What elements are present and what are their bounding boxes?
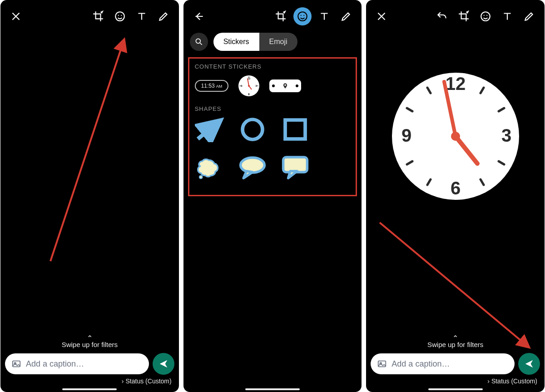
- svg-point-6: [298, 12, 307, 21]
- draw-icon[interactable]: [154, 7, 173, 25]
- chevron-right-icon: ›: [122, 377, 124, 385]
- sticker-emoji-toggle[interactable]: Stickers Emoji: [213, 33, 297, 51]
- svg-point-28: [481, 12, 490, 21]
- text-icon[interactable]: [133, 7, 151, 25]
- crop-icon[interactable]: [272, 7, 290, 25]
- bottom-bar: ⌃ Swipe up for filters Add a caption… ›S…: [366, 332, 545, 392]
- shape-speech-rect[interactable]: [280, 155, 310, 180]
- svg-text:12: 12: [445, 74, 466, 94]
- home-indicator: [62, 388, 117, 390]
- chevron-right-icon: ›: [487, 377, 490, 385]
- crop-icon[interactable]: [455, 7, 473, 25]
- location-sticker[interactable]: [269, 79, 301, 92]
- time-sticker[interactable]: 11:53AM: [195, 80, 229, 92]
- svg-point-9: [196, 39, 200, 43]
- home-indicator: [428, 388, 483, 390]
- close-icon[interactable]: [7, 7, 25, 25]
- screen-2-sticker-picker: Stickers Emoji CONTENT STICKERS 11:53AM …: [183, 0, 362, 392]
- shape-circle[interactable]: [238, 117, 268, 142]
- send-button[interactable]: [153, 353, 174, 375]
- caption-input[interactable]: Add a caption…: [5, 353, 149, 374]
- svg-point-2: [121, 15, 122, 16]
- home-indicator: [245, 388, 300, 390]
- svg-point-46: [451, 132, 460, 141]
- svg-rect-27: [283, 157, 307, 172]
- back-icon[interactable]: [190, 7, 208, 25]
- segment-row: Stickers Emoji: [183, 33, 362, 55]
- send-button[interactable]: [518, 353, 540, 375]
- placed-clock-sticker[interactable]: 12 3 6 9: [387, 68, 524, 204]
- draw-icon[interactable]: [337, 7, 355, 25]
- clock-sticker[interactable]: 12 3 6 9: [238, 74, 260, 97]
- shape-speech-oval[interactable]: [238, 155, 268, 180]
- toolbar: [0, 0, 179, 33]
- caption-placeholder: Add a caption…: [391, 359, 450, 369]
- search-button[interactable]: [190, 33, 208, 51]
- shape-thought-bubble[interactable]: [195, 155, 225, 180]
- tab-stickers[interactable]: Stickers: [213, 33, 259, 51]
- svg-point-23: [243, 119, 263, 139]
- screen-1-editor: ⌃ Swipe up for filters Add a caption… ›S…: [0, 0, 179, 392]
- chevron-up-icon: ⌃: [371, 336, 540, 341]
- annotation-arrow: [41, 32, 132, 268]
- undo-icon[interactable]: [433, 7, 451, 25]
- svg-point-1: [118, 15, 119, 16]
- svg-point-0: [115, 12, 124, 21]
- tab-emoji[interactable]: Emoji: [259, 33, 297, 51]
- draw-icon[interactable]: [520, 7, 538, 25]
- emoji-icon[interactable]: [293, 7, 312, 25]
- svg-rect-48: [378, 361, 386, 367]
- svg-point-7: [301, 15, 302, 16]
- section-shapes: SHAPES: [195, 105, 351, 112]
- caption-placeholder: Add a caption…: [26, 359, 84, 369]
- svg-line-22: [198, 121, 219, 139]
- shape-square[interactable]: [280, 117, 310, 142]
- gallery-icon: [377, 359, 387, 369]
- bottom-bar: ⌃ Swipe up for filters Add a caption… ›S…: [0, 332, 179, 392]
- toolbar: [183, 0, 362, 33]
- svg-rect-4: [13, 361, 20, 367]
- shape-arrow[interactable]: [195, 117, 225, 142]
- chevron-up-icon: ⌃: [5, 336, 174, 341]
- text-icon[interactable]: [498, 7, 516, 25]
- svg-text:6: 6: [451, 178, 461, 198]
- swipe-hint: ⌃ Swipe up for filters: [371, 336, 540, 348]
- status-recipient[interactable]: ›Status (Custom): [371, 377, 540, 385]
- caption-input[interactable]: Add a caption…: [371, 353, 515, 374]
- svg-text:3: 3: [501, 125, 511, 145]
- svg-point-25: [199, 176, 203, 179]
- svg-line-3: [50, 40, 124, 261]
- svg-point-29: [484, 15, 485, 16]
- section-content-stickers: CONTENT STICKERS: [195, 63, 351, 70]
- emoji-icon[interactable]: [476, 7, 495, 25]
- toolbar: [366, 0, 545, 33]
- svg-line-47: [380, 223, 529, 347]
- svg-point-26: [240, 158, 264, 173]
- screen-3-editor-with-clock: 12 3 6 9: [366, 0, 545, 392]
- sticker-panel: CONTENT STICKERS 11:53AM 12 3 6 9: [188, 57, 357, 196]
- svg-point-8: [304, 15, 305, 16]
- emoji-icon[interactable]: [111, 7, 129, 25]
- svg-rect-24: [285, 120, 305, 139]
- crop-icon[interactable]: [89, 7, 107, 25]
- status-recipient[interactable]: ›Status (Custom): [5, 377, 174, 385]
- close-icon[interactable]: [372, 7, 391, 25]
- gallery-icon: [11, 359, 21, 369]
- svg-point-21: [248, 85, 250, 87]
- swipe-hint: ⌃ Swipe up for filters: [5, 336, 174, 348]
- svg-text:9: 9: [401, 125, 411, 145]
- svg-point-30: [486, 15, 487, 16]
- text-icon[interactable]: [315, 7, 333, 25]
